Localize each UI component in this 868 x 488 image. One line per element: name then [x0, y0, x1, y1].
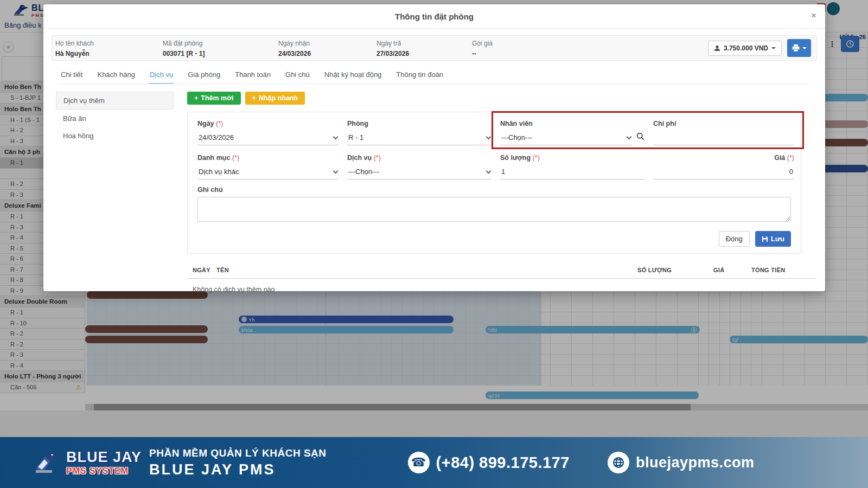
tab-nhật-ký-hoạt-động[interactable]: Nhật ký hoạt động [324, 68, 382, 84]
room-label: Phòng [347, 120, 368, 127]
tab-chi-tiết[interactable]: Chi tiết [60, 68, 83, 84]
field-cost: Chi phí [653, 120, 794, 145]
plus-icon: + [194, 94, 198, 102]
save-button[interactable]: Lưu [755, 231, 791, 247]
footer-brand-line2: PMS SYSTEM [66, 466, 142, 476]
booking-summary-field: Mã đặt phòng003071 [R - 1] [163, 39, 278, 57]
plus-icon: + [252, 94, 256, 102]
chevron-down-icon [333, 168, 339, 174]
cost-input[interactable] [653, 130, 794, 145]
category-label: Danh mục [197, 154, 230, 162]
staff-select[interactable]: ---Chọn--- [500, 130, 632, 145]
table-column-header: TỔNG TIỀN [751, 267, 816, 273]
field-date: Ngày (*) 24/03/2026 [197, 120, 339, 145]
service-label: Dịch vụ [347, 154, 372, 162]
booking-summary-field: Họ tên kháchHà Nguyễn [55, 39, 163, 57]
chevron-down-icon [627, 134, 632, 139]
required-marker: (*) [533, 154, 540, 162]
globe-icon [612, 456, 625, 469]
modal-tabs: Chi tiếtKhách hàngDịch vụGiá phòngThanh … [60, 68, 809, 84]
tab-khách-hàng[interactable]: Khách hàng [97, 68, 135, 84]
caret-down-icon [771, 47, 776, 49]
table-column-header: NGÀY [193, 267, 216, 273]
save-label: Lưu [771, 235, 784, 243]
footer-phone: ☎ (+84) 899.175.177 [408, 452, 570, 473]
quick-entry-button[interactable]: + Nhập nhanh [245, 92, 305, 105]
summary-value: 27/03/2026 [376, 50, 472, 57]
category-value: Dịch vụ khác [199, 168, 239, 176]
quantity-input[interactable] [500, 164, 644, 179]
tab-ghi-chú[interactable]: Ghi chú [285, 68, 310, 84]
search-icon[interactable] [636, 132, 644, 140]
service-select[interactable]: ---Chọn--- [347, 164, 492, 179]
summary-value: Hà Nguyễn [55, 50, 163, 57]
field-category: Danh mục (*) Dịch vụ khác [197, 154, 339, 179]
footer-brand: BLUE JAY PMS [149, 461, 327, 478]
price-label: Giá [774, 154, 785, 162]
add-new-label: Thêm mới [201, 94, 233, 102]
date-value: 24/03/2026 [199, 133, 234, 142]
booking-info-modal: Thông tin đặt phòng × Họ tên kháchHà Ngu… [43, 4, 825, 291]
phone-icon: ☎ [411, 455, 426, 470]
summary-label: Mã đặt phòng [163, 40, 278, 47]
required-marker: (*) [232, 154, 239, 162]
tab-thanh-toán[interactable]: Thanh toán [234, 68, 271, 84]
tab-dịch-vụ[interactable]: Dịch vụ [149, 68, 174, 84]
footer-tagline: PHẦN MỀM QUẢN LÝ KHÁCH SẠN [149, 447, 327, 459]
table-column-header: SỐ LƯỢNG [637, 267, 713, 273]
staff-value: ---Chọn--- [501, 133, 532, 142]
category-select[interactable]: Dịch vụ khác [197, 164, 339, 179]
total-price-button[interactable]: 3.750.000 VND [708, 41, 782, 56]
summary-label: Ngày trả [376, 40, 472, 47]
chevron-down-icon [486, 134, 492, 139]
phone-number: (+84) 899.175.177 [436, 454, 570, 472]
booking-summary-field: Ngày trả27/03/2026 [376, 39, 472, 57]
sidebar-item[interactable]: Bữa ăn [56, 110, 174, 127]
sidebar-item[interactable]: Dịch vụ thêm [56, 92, 174, 110]
services-table-header: NGÀYTÊNSỐ LƯỢNGGIÁTỔNG TIỀN [187, 262, 816, 279]
summary-value: 003071 [R - 1] [163, 50, 278, 57]
service-value: ---Chọn--- [348, 168, 379, 176]
field-room: Phòng R - 1 [347, 120, 492, 145]
booking-summary-field: Ngày nhận24/03/2026 [278, 39, 376, 57]
footer: BLUE JAY PMS SYSTEM PHẦN MỀM QUẢN LÝ KHÁ… [0, 437, 868, 488]
footer-logo: BLUE JAY PMS SYSTEM [35, 448, 142, 477]
add-new-button[interactable]: + Thêm mới [187, 92, 241, 105]
date-label: Ngày [197, 120, 214, 127]
tab-thông-tin-đoàn[interactable]: Thông tin đoàn [395, 68, 444, 84]
quick-entry-label: Nhập nhanh [259, 94, 298, 102]
summary-label: Gói giá [472, 40, 493, 47]
tab-giá-phòng[interactable]: Giá phòng [187, 68, 221, 84]
sidebar-item[interactable]: Hoa hồng [56, 127, 174, 144]
service-sidebar: Dịch vụ thêmBữa ănHoa hồng [56, 88, 174, 293]
field-service: Dịch vụ (*) ---Chọn--- [347, 154, 492, 179]
summary-label: Họ tên khách [55, 40, 163, 47]
date-select[interactable]: 24/03/2026 [197, 130, 339, 145]
save-icon [762, 236, 768, 242]
booking-summary-bar: Họ tên kháchHà NguyễnMã đặt phòng003071 … [52, 35, 817, 61]
website-url: bluejaypms.com [636, 454, 755, 471]
notes-textarea[interactable] [197, 197, 791, 222]
required-marker: (*) [374, 154, 381, 162]
footer-website[interactable]: bluejaypms.com [608, 452, 755, 473]
room-select[interactable]: R - 1 [347, 130, 492, 145]
summary-value: -- [472, 50, 493, 57]
close-button[interactable]: Đóng [719, 231, 750, 247]
room-value: R - 1 [348, 133, 363, 142]
field-quantity: Số lượng (*) [500, 154, 644, 179]
required-marker: (*) [787, 154, 794, 162]
print-button[interactable] [787, 39, 811, 57]
screen: BLUE JAY PMS SYSTEM Bảng điều k » HỨ 5 -… [0, 0, 868, 488]
summary-label: Ngày nhận [278, 40, 376, 47]
services-empty-message: Không có dịch vụ thêm nào [187, 279, 816, 293]
guest-icon [714, 45, 720, 52]
cost-label: Chi phí [653, 120, 676, 127]
close-icon[interactable]: × [811, 10, 816, 21]
modal-title: Thông tin đặt phòng [43, 4, 825, 21]
chevron-down-icon [486, 168, 492, 174]
services-table: NGÀYTÊNSỐ LƯỢNGGIÁTỔNG TIỀN Không có dịc… [187, 262, 816, 293]
price-input[interactable] [653, 164, 794, 179]
notes-label: Ghi chú [197, 186, 791, 194]
caret-down-icon [802, 47, 807, 49]
service-form-panel: Ngày (*) 24/03/2026 Phòng R - 1 [187, 112, 801, 254]
